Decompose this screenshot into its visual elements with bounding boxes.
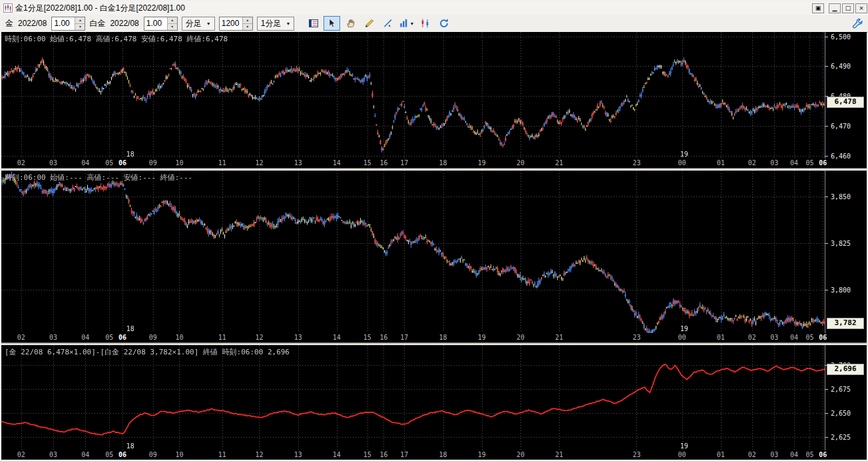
gold-price-axis: 6,478 6,5006,4906,4806,4706,460 [825,32,867,168]
hand-icon [345,18,356,29]
time-tick-label: 12 [255,334,263,341]
pan-tool-button[interactable] [342,16,359,31]
platinum-contract-month[interactable]: 2022/08 [109,19,139,28]
wrench-icon [852,18,863,29]
maximize-button[interactable]: □ [842,3,854,13]
time-tick-label: 13 [294,451,302,458]
date-label: 18 [126,325,134,332]
time-tick-label: 16 [379,451,387,458]
time-tick-label: 06 [819,451,827,458]
gold-contract-month[interactable]: 2022/08 [17,19,47,28]
time-tick-label: 23 [632,451,640,458]
date-label: 19 [680,151,688,158]
spread-chart-canvas[interactable] [1,345,825,450]
price-tick-mark [825,389,828,390]
time-tick-label: 01 [717,334,725,341]
gold-time-axis: 0203040506091011121314151617181920212300… [1,159,825,168]
time-tick-label: 05 [105,159,113,167]
spinner-up-arrow[interactable]: ▴ [75,17,85,23]
time-tick-label: 06 [819,334,827,341]
time-tick-label: 04 [81,159,89,167]
time-tick-label: 13 [294,334,302,341]
time-tick-label: 06 [118,451,126,458]
interval-combo[interactable]: 分足 ▼ [182,17,215,31]
window-buttons: ▣ ▁ □ × [812,3,867,13]
date-label: 18 [126,442,134,450]
time-tick-label: 20 [517,451,525,458]
select-cursor-icon [327,18,337,29]
spread-price-axis: 2,696 2,7002,6752,6502,625 [825,345,867,460]
time-tick-label: 05 [805,334,813,341]
interval-combo-label: 分足 [186,18,202,29]
time-tick-label: 18 [439,451,447,458]
time-tick-label: 10 [175,159,183,167]
bar-chart-icon [399,18,409,29]
price-tick-mark [825,290,828,290]
time-tick-label: 21 [555,334,563,341]
price-tick-label: 6,470 [831,123,851,130]
board-button[interactable] [305,16,322,31]
close-button[interactable]: × [855,3,867,13]
spinner-down-arrow[interactable]: ▾ [75,23,85,30]
gold-chart-canvas[interactable] [1,32,825,159]
time-tick-label: 03 [770,159,778,167]
titlebar: 金1分足[2022/08]1.00 - 白金1分足[2022/08]1.00 ▣… [1,1,868,15]
gold-last-price-badge: 6,478 [827,97,864,108]
platinum-time-axis: 0203040506091011121314151617181920212300… [1,333,825,342]
time-tick-label: 17 [400,159,408,167]
spinner-up-arrow[interactable]: ▴ [243,17,252,23]
time-tick-label: 17 [400,334,408,341]
price-tick-label: 6,460 [831,153,851,160]
time-tick-label: 09 [149,159,157,167]
time-tick-label: 05 [105,451,113,458]
chart-area: 時刻:06:00 始値:6,478 高値:6,478 安値:6,478 終値:6… [1,32,867,460]
spread-chart-panel: [金 22/08 6,478×1.00]-[白金 22/08 3,782×1.0… [1,345,867,460]
candle-style-button[interactable] [417,16,433,31]
time-tick-label: 16 [379,334,387,341]
price-tick-mark [825,37,828,37]
time-tick-label: 13 [294,159,302,167]
trendline-tool-button[interactable] [379,16,396,31]
price-tick-label: 2,625 [831,434,851,441]
platinum-price-axis: 3,782 3,8503,8253,800 [825,171,867,342]
draw-line-button[interactable] [361,16,377,31]
time-tick-label: 02 [17,334,25,341]
minimize-button[interactable]: ▁ [829,3,841,13]
toolbar: 金 2022/08 1.00 ▴ ▾ 白金 2022/08 1.00 ▴ ▾ 分… [1,15,868,33]
time-tick-label: 09 [149,334,157,341]
time-tick-label: 19 [478,334,486,341]
gold-multiplier-spinner[interactable]: 1.00 ▴ ▾ [51,17,85,31]
chart-type-button[interactable]: ▼ [398,16,415,31]
time-tick-label: 06 [118,334,126,341]
price-tick-label: 2,675 [831,386,851,393]
pencil-icon [364,18,375,29]
time-tick-label: 04 [790,334,798,341]
platinum-chart-canvas[interactable] [1,171,825,333]
spinner-up-arrow[interactable]: ▴ [168,17,177,23]
candlestick-app-icon [3,3,13,13]
spinner-down-arrow[interactable]: ▾ [243,23,252,30]
time-tick-label: 19 [478,451,486,458]
select-tool-button[interactable] [324,16,340,31]
bar-count-spinner[interactable]: 1200 ▴ ▾ [219,17,253,31]
time-tick-label: 15 [363,334,371,341]
refresh-button[interactable] [435,16,452,31]
time-tick-label: 04 [81,334,89,341]
candle-chart-icon [420,18,431,29]
time-tick-label: 02 [17,159,25,167]
bar-count-value: 1200 [220,17,242,30]
chevron-down-icon: ▼ [409,21,414,26]
float-window-button[interactable]: ▣ [812,3,824,13]
time-tick-label: 16 [379,159,387,167]
spinner-down-arrow[interactable]: ▾ [168,23,177,30]
time-tick-label: 19 [478,159,486,167]
time-tick-label: 21 [555,159,563,167]
platinum-label: 白金 [89,18,105,29]
time-tick-label: 02 [17,451,25,458]
price-tick-mark [825,197,828,197]
settings-wrench-button[interactable] [849,16,865,31]
time-tick-label: 11 [218,451,226,458]
time-tick-label: 05 [805,159,813,167]
timeframe-combo[interactable]: 1分足 ▼ [257,17,295,31]
platinum-multiplier-spinner[interactable]: 1.00 ▴ ▾ [144,17,178,31]
